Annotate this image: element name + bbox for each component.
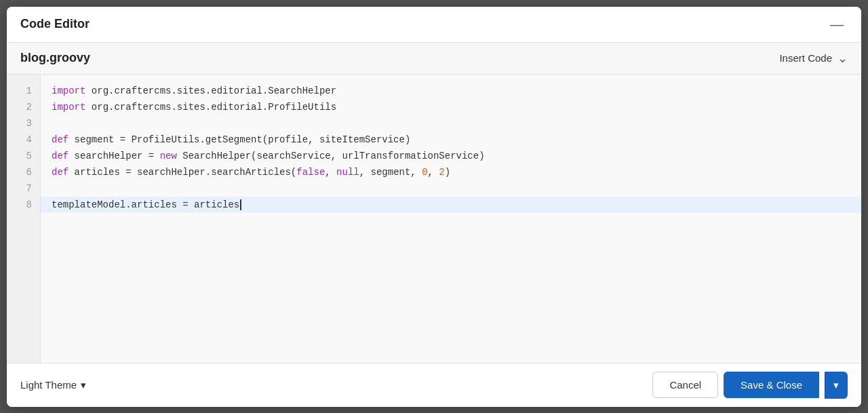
text-cursor	[240, 199, 241, 210]
code-area: 1 2 3 4 5 6 7 8 import org.craftercms.si…	[7, 75, 861, 363]
line-number: 8	[26, 197, 40, 213]
cancel-button[interactable]: Cancel	[652, 372, 718, 398]
code-content[interactable]: import org.craftercms.sites.editorial.Se…	[41, 75, 861, 363]
save-close-button[interactable]: Save & Close	[724, 372, 819, 398]
theme-chevron-icon: ▾	[81, 379, 86, 391]
file-name: blog.groovy	[20, 51, 90, 65]
modal-overlay: Code Editor — blog.groovy Insert Code ⌄ …	[0, 0, 868, 413]
theme-selector-button[interactable]: Light Theme ▾	[20, 379, 86, 391]
code-line-7	[52, 180, 850, 197]
code-editor-modal: Code Editor — blog.groovy Insert Code ⌄ …	[7, 7, 861, 407]
footer-actions: Cancel Save & Close ▾	[652, 372, 848, 399]
code-line-8: templateModel.articles = articles	[41, 197, 861, 213]
save-dropdown-chevron-icon: ▾	[833, 379, 839, 391]
code-line-1: import org.craftercms.sites.editorial.Se…	[52, 83, 850, 99]
modal-footer: Light Theme ▾ Cancel Save & Close ▾	[7, 363, 861, 407]
theme-label: Light Theme	[20, 379, 77, 391]
code-line-6: def articles = searchHelper.searchArticl…	[52, 164, 850, 180]
code-line-2: import org.craftercms.sites.editorial.Pr…	[52, 99, 850, 115]
modal-header: Code Editor —	[7, 7, 861, 43]
code-line-5: def searchHelper = new SearchHelper(sear…	[52, 148, 850, 164]
line-number: 7	[26, 180, 40, 197]
editor-toolbar: blog.groovy Insert Code ⌄	[7, 43, 861, 75]
insert-code-label: Insert Code	[779, 52, 832, 64]
minimize-button[interactable]: —	[826, 16, 848, 33]
save-dropdown-button[interactable]: ▾	[825, 372, 848, 399]
line-number: 4	[26, 132, 40, 148]
code-line-4: def segment = ProfileUtils.getSegment(pr…	[52, 132, 850, 148]
line-number: 5	[26, 148, 40, 164]
insert-code-button[interactable]: Insert Code ⌄	[779, 51, 848, 66]
line-number: 1	[26, 83, 40, 99]
line-number: 6	[26, 164, 40, 180]
line-number: 2	[26, 99, 40, 115]
code-line-3	[52, 115, 850, 132]
line-number: 3	[26, 115, 40, 132]
line-numbers: 1 2 3 4 5 6 7 8	[7, 75, 41, 363]
insert-code-chevron-icon: ⌄	[837, 51, 848, 66]
modal-title: Code Editor	[20, 17, 90, 31]
